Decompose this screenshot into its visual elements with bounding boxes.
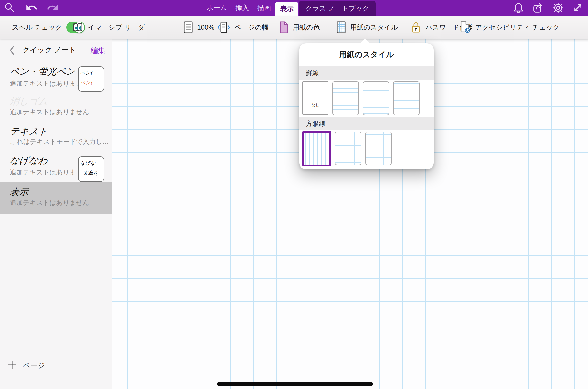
paper-style-popover: 用紙のスタイル 罫線 なし 方眼線 bbox=[299, 43, 434, 169]
notebook-section-title: クイック ノート bbox=[15, 45, 83, 55]
tab-class-notebook[interactable]: クラス ノートブック bbox=[299, 1, 376, 16]
paper-option-grid-small-selected[interactable] bbox=[302, 131, 331, 166]
page-width-icon bbox=[217, 21, 230, 34]
page-list-item-selected[interactable]: 表示 追加テキストはありません bbox=[0, 182, 112, 214]
paper-option-none[interactable]: なし bbox=[302, 81, 328, 115]
paper-style-icon bbox=[336, 21, 346, 34]
plus-icon bbox=[7, 360, 17, 370]
view-ribbon-toolbar: スペル チェック イマーシブ リーダー 100% bbox=[0, 16, 588, 39]
settings-icon[interactable] bbox=[552, 2, 564, 14]
page-subtitle: 追加テキストはありません bbox=[10, 108, 89, 116]
add-page-label: ページ bbox=[23, 361, 45, 371]
share-icon[interactable] bbox=[532, 2, 544, 14]
ribbon-tabs: ホーム 挿入 描画 表示 クラス ノートブック bbox=[202, 0, 376, 16]
zoom-level-label: 100% bbox=[197, 24, 214, 31]
page-width-label: ページの幅 bbox=[234, 23, 269, 32]
thumb-ink-line: なげな bbox=[80, 158, 102, 168]
page-title-handwritten: ペン・蛍光ペン bbox=[9, 65, 76, 78]
home-indicator-bar[interactable] bbox=[217, 382, 373, 386]
page-list-item[interactable]: テキスト これはテキストモードで入力し… bbox=[0, 125, 112, 153]
undo-icon[interactable] bbox=[25, 1, 37, 13]
zoom-document-icon bbox=[183, 21, 193, 34]
tab-insert[interactable]: 挿入 bbox=[231, 0, 253, 16]
topbar-actions bbox=[513, 2, 584, 14]
notifications-icon[interactable] bbox=[513, 2, 524, 14]
paper-option-ruled-wide[interactable] bbox=[393, 81, 420, 115]
thumb-ink-line: 文章を bbox=[83, 168, 102, 178]
search-icon[interactable] bbox=[4, 2, 16, 14]
sidebar-divider bbox=[0, 355, 112, 355]
page-thumbnail: なげな 文章を bbox=[78, 156, 104, 182]
tab-draw[interactable]: 描画 bbox=[253, 0, 275, 16]
immersive-reader-icon bbox=[72, 22, 84, 33]
spell-check-label: スペル チェック bbox=[12, 23, 62, 32]
onenote-app-window: ホーム 挿入 描画 表示 クラス ノートブック bbox=[0, 0, 588, 389]
immersive-reader-button[interactable]: イマーシブ リーダー bbox=[72, 16, 151, 39]
page-thumbnail: ペン( ペン( bbox=[78, 66, 104, 92]
add-page-button[interactable]: ページ bbox=[0, 357, 112, 374]
page-list-sidebar: クイック ノート 編集 ペン・蛍光ペン 追加テキストはありま… ペン( ペン( … bbox=[0, 39, 112, 389]
fullscreen-icon[interactable] bbox=[572, 2, 584, 14]
toolbar-divider bbox=[132, 21, 132, 34]
ruled-section-header: 罫線 bbox=[299, 66, 434, 80]
grid-section-header: 方眼線 bbox=[299, 117, 434, 130]
page-subtitle: これはテキストモードで入力し… bbox=[10, 137, 109, 146]
page-title-handwritten: テキスト bbox=[9, 125, 48, 138]
paper-option-grid-medium[interactable] bbox=[335, 132, 361, 165]
grid-options-row bbox=[302, 132, 392, 166]
accessibility-check-button[interactable]: アクセシビリティ チェック bbox=[460, 16, 560, 39]
page-title-handwritten: なげなわ bbox=[9, 155, 48, 167]
lock-icon bbox=[411, 21, 421, 34]
paper-color-icon bbox=[279, 21, 289, 34]
paper-option-ruled-narrow[interactable] bbox=[332, 81, 359, 115]
toolbar-divider bbox=[454, 21, 454, 34]
thumb-ink-line: ペン( bbox=[80, 78, 102, 88]
page-subtitle: 追加テキストはありま… bbox=[10, 79, 82, 88]
zoom-button[interactable]: 100% bbox=[183, 16, 214, 39]
page-list-item[interactable]: ペン・蛍光ペン 追加テキストはありま… ペン( ペン( bbox=[0, 62, 112, 95]
top-app-bar: ホーム 挿入 描画 表示 クラス ノートブック bbox=[0, 0, 588, 16]
page-title-handwritten: 消しゴム bbox=[9, 95, 48, 108]
paper-color-button[interactable]: 用紙の色 bbox=[279, 16, 320, 39]
paper-option-grid-large[interactable] bbox=[365, 132, 392, 165]
edit-button[interactable]: 編集 bbox=[91, 46, 105, 56]
redo-icon[interactable] bbox=[46, 1, 58, 13]
ruled-options-row: なし bbox=[302, 81, 420, 115]
page-title-handwritten: 表示 bbox=[9, 186, 29, 198]
page-list-item[interactable]: 消しゴム 追加テキストはありません bbox=[0, 95, 112, 125]
accessibility-check-label: アクセシビリティ チェック bbox=[475, 23, 560, 32]
page-subtitle: 追加テキストはありま… bbox=[10, 168, 82, 177]
paper-style-button[interactable]: 用紙のスタイル bbox=[336, 16, 398, 39]
paper-option-ruled-medium[interactable] bbox=[363, 81, 389, 115]
paper-style-label: 用紙のスタイル bbox=[350, 23, 398, 32]
none-option-label: なし bbox=[303, 103, 328, 108]
accessibility-check-icon bbox=[460, 21, 471, 34]
page-list-item[interactable]: なげなわ 追加テキストはありま… なげな 文章を bbox=[0, 153, 112, 182]
tab-view[interactable]: 表示 bbox=[275, 2, 298, 16]
page-subtitle: 追加テキストはありません bbox=[10, 198, 89, 207]
thumb-ink-line: ペン( bbox=[80, 68, 102, 78]
tab-home[interactable]: ホーム bbox=[202, 0, 231, 16]
page-width-button[interactable]: ページの幅 bbox=[217, 16, 269, 39]
immersive-reader-label: イマーシブ リーダー bbox=[88, 23, 151, 32]
paper-color-label: 用紙の色 bbox=[293, 23, 320, 32]
popover-arrow bbox=[360, 39, 370, 44]
toolbar-divider bbox=[402, 21, 402, 34]
popover-title: 用紙のスタイル bbox=[299, 43, 434, 66]
